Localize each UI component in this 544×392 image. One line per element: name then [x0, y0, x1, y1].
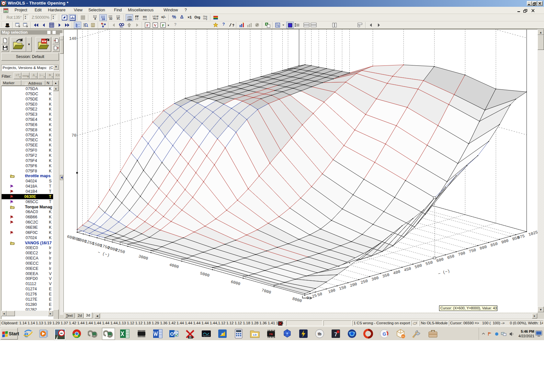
svg-text:16: 16 [102, 17, 105, 21]
svg-text:BE: BE [189, 336, 192, 339]
svg-text:G: G [383, 331, 386, 337]
svg-text:tb: tb [318, 332, 321, 336]
svg-text:Signature: Signature [203, 335, 210, 337]
svg-text:FF: FF [135, 17, 139, 20]
svg-text:444: 444 [142, 18, 147, 20]
svg-text:8: 8 [94, 17, 96, 20]
svg-text:32: 32 [109, 17, 112, 20]
svg-text:O: O [170, 331, 174, 337]
svg-text:∞: ∞ [3, 2, 5, 5]
svg-text:V: V [154, 23, 157, 27]
svg-text:F: F [221, 332, 223, 336]
svg-text:F: F [146, 23, 149, 27]
svg-text:255: 255 [127, 18, 132, 21]
svg-text:P: P [162, 23, 164, 27]
svg-text:∞: ∞ [60, 331, 63, 335]
svg-text:FB: FB [269, 333, 273, 336]
svg-text:01: 01 [402, 335, 405, 338]
svg-text:LG: LG [253, 333, 256, 336]
svg-text:Fl.: Fl. [117, 17, 120, 20]
svg-text:?: ? [232, 23, 234, 27]
svg-text:140: 140 [69, 37, 76, 41]
svg-text:70: 70 [72, 133, 76, 138]
svg-text:IOI..: IOI.. [120, 26, 124, 28]
